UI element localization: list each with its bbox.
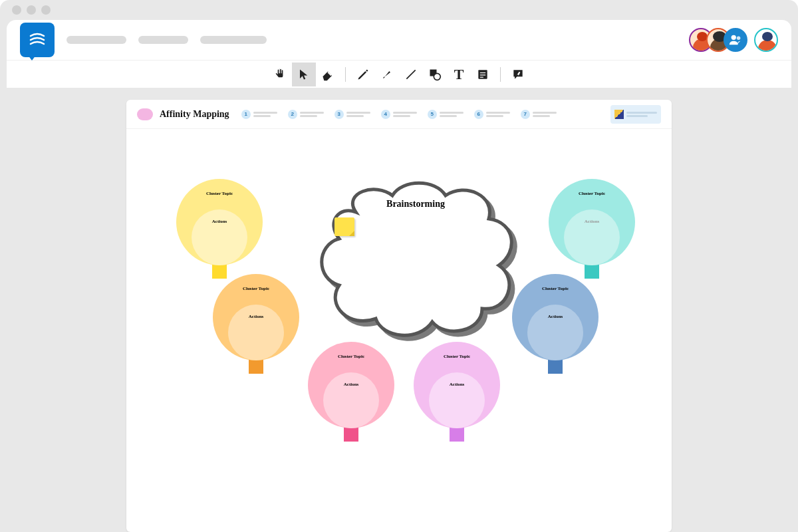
cloud-title: Brainstorming	[303, 199, 529, 209]
step-6[interactable]: 6	[474, 110, 510, 119]
cluster-label: Cluster Topic	[176, 191, 263, 196]
canvas[interactable]: Brainstorming Cluster TopicActions Clust…	[126, 129, 672, 515]
tool-eraser[interactable]	[316, 63, 340, 86]
cluster-stem	[450, 427, 464, 442]
toolbar: T	[7, 60, 791, 88]
window-max-dot[interactable]	[41, 5, 51, 15]
step-4[interactable]: 4	[381, 110, 417, 119]
cluster-action: Actions	[450, 382, 465, 387]
step-3[interactable]: 3	[334, 110, 370, 119]
cluster-action: Actions	[585, 219, 600, 224]
cluster-orange[interactable]: Cluster TopicActions	[213, 274, 299, 374]
expand-button[interactable]	[610, 105, 661, 124]
menu-item-3[interactable]	[200, 36, 267, 44]
template-steps: 1 2 3 4 5 6 7	[241, 110, 604, 119]
window-close-dot[interactable]	[12, 5, 21, 15]
sticky-note[interactable]	[334, 217, 354, 236]
tool-line[interactable]	[399, 63, 423, 86]
cluster-yellow[interactable]: Cluster TopicActions	[176, 179, 263, 279]
template-title: Affinity Mapping	[160, 109, 229, 120]
cluster-label: Cluster Topic	[512, 286, 598, 291]
cluster-stem	[548, 359, 563, 374]
tool-comment[interactable]	[506, 63, 530, 86]
cluster-teal[interactable]: Cluster TopicActions	[549, 179, 635, 279]
toolbar-divider	[500, 67, 501, 82]
svg-point-4	[434, 73, 440, 80]
expand-icon	[614, 110, 624, 119]
cluster-label: Cluster Topic	[308, 354, 394, 359]
app-header	[7, 20, 791, 60]
tool-shape[interactable]	[423, 63, 447, 86]
cluster-action: Actions	[212, 219, 227, 224]
tool-pointer[interactable]	[292, 63, 316, 86]
window-controls	[0, 0, 798, 20]
brainstorm-cloud[interactable]: Brainstorming	[303, 172, 529, 345]
svg-point-1	[737, 37, 741, 41]
cluster-label: Cluster Topic	[213, 286, 299, 291]
cluster-stem	[585, 264, 599, 279]
step-5[interactable]: 5	[428, 110, 464, 119]
tool-brush[interactable]	[375, 63, 399, 86]
svg-line-2	[406, 70, 415, 78]
app-logo[interactable]	[20, 23, 55, 57]
cluster-stem	[344, 427, 358, 442]
browser-window: T Affinity Mapping 1 2 3 4 5 6 7	[0, 0, 798, 532]
cluster-action: Actions	[548, 314, 563, 319]
tool-pencil[interactable]	[351, 63, 375, 86]
toolbar-divider	[345, 67, 346, 82]
template-header: Affinity Mapping 1 2 3 4 5 6 7	[126, 100, 672, 129]
avatar-group-more[interactable]	[724, 28, 747, 52]
cluster-action: Actions	[344, 382, 359, 387]
collaborator-avatars	[689, 28, 778, 52]
cluster-label: Cluster Topic	[549, 191, 635, 196]
cluster-stem	[249, 359, 263, 374]
step-1[interactable]: 1	[241, 110, 277, 119]
whiteboard-card: Affinity Mapping 1 2 3 4 5 6 7	[126, 100, 672, 532]
avatar-current-user[interactable]	[754, 28, 778, 52]
window-min-dot[interactable]	[27, 5, 36, 15]
tool-text[interactable]: T	[447, 63, 471, 86]
svg-point-0	[732, 35, 736, 40]
tool-hand[interactable]	[268, 63, 292, 86]
cluster-label: Cluster Topic	[414, 354, 500, 359]
step-2[interactable]: 2	[288, 110, 324, 119]
menu-item-2[interactable]	[138, 36, 188, 44]
tool-note[interactable]	[471, 63, 495, 86]
step-7[interactable]: 7	[521, 110, 557, 119]
menu-item-1[interactable]	[66, 36, 126, 44]
brain-icon	[137, 108, 153, 120]
cluster-violet[interactable]: Cluster TopicActions	[414, 342, 500, 442]
cluster-pink[interactable]: Cluster TopicActions	[308, 342, 394, 442]
canvas-area[interactable]: Affinity Mapping 1 2 3 4 5 6 7	[0, 88, 798, 532]
cluster-action: Actions	[249, 314, 264, 319]
cluster-blue[interactable]: Cluster TopicActions	[512, 274, 598, 374]
